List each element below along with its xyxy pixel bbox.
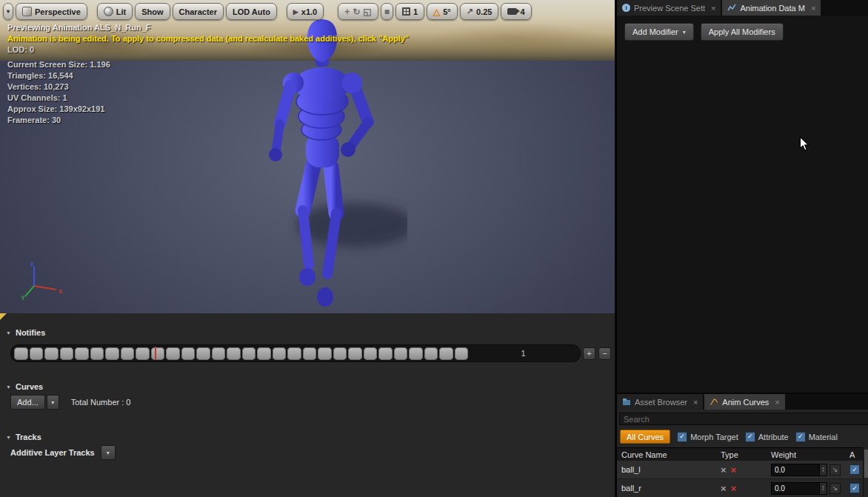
notify-track-cell[interactable] [105, 347, 119, 360]
grid-snap-button[interactable]: 1 [395, 3, 424, 20]
rotate-tool-icon[interactable]: ↻ [353, 7, 360, 17]
camera-speed-button[interactable]: 4 [501, 3, 531, 20]
tab-preview-scene-settings[interactable]: i Preview Scene Sett × [617, 0, 721, 16]
lit-mode-button[interactable]: Lit [97, 3, 133, 20]
add-notify-track-button[interactable]: + [583, 347, 595, 360]
transform-tools-group[interactable]: + ↻ ◱ [338, 3, 378, 20]
tab-animation-data-modifiers[interactable]: Animation Data M × [722, 0, 821, 16]
spin-down-icon[interactable]: ▼ [822, 470, 825, 473]
curve-delete-icon[interactable]: × [731, 464, 737, 476]
expand-curve-button[interactable]: ↘ [829, 464, 841, 476]
show-button[interactable]: Show [135, 3, 170, 20]
notifies-section-header[interactable]: ▼ Notifies [6, 328, 45, 337]
tab-asset-browser[interactable]: Asset Browser × [617, 394, 703, 410]
character-button[interactable]: Character [173, 3, 224, 20]
rotation-snap-button[interactable]: △ 5° [427, 3, 458, 20]
notify-track-cell[interactable] [121, 347, 135, 360]
close-icon[interactable]: × [711, 4, 715, 13]
header-auto[interactable]: A [849, 450, 864, 459]
notify-track-cell[interactable] [348, 347, 362, 360]
notify-track-cell[interactable] [44, 347, 59, 360]
auto-checkbox-checked[interactable]: ✓ [849, 483, 860, 493]
weight-spinbox[interactable]: 0.0 ▲ ▼ [771, 464, 827, 476]
curve-type-cross-icon[interactable]: × [721, 483, 727, 494]
notify-track-cell[interactable] [242, 347, 256, 360]
header-type[interactable]: Type [721, 450, 771, 459]
notify-track[interactable]: 1 [10, 344, 581, 362]
scale-snap-button[interactable]: ↗ 0.25 [460, 3, 499, 20]
notify-track-cell[interactable] [30, 347, 44, 360]
header-curve-name[interactable]: Curve Name [617, 450, 721, 459]
notify-track-cell[interactable] [318, 347, 332, 360]
notify-track-cell[interactable] [424, 347, 438, 360]
notify-track-cell[interactable] [439, 347, 453, 360]
apply-all-modifiers-button[interactable]: Apply All Modifiers [701, 23, 784, 41]
curve-type-cross-icon[interactable]: × [721, 464, 727, 476]
notify-track-cell[interactable] [75, 347, 89, 360]
notify-track-cell[interactable] [196, 347, 210, 360]
notify-track-cell[interactable] [227, 347, 241, 360]
curve-table-row[interactable]: ball_l × × 0.0 ▲ ▼ ↘ ✓ [617, 461, 864, 479]
curve-name[interactable]: ball_l [617, 465, 721, 474]
tab-anim-curves[interactable]: Anim Curves × [704, 394, 784, 410]
viewport-axis-gizmo[interactable]: x Y z [18, 259, 65, 301]
curve-search-input[interactable] [619, 413, 868, 425]
remove-notify-track-button[interactable]: − [598, 347, 611, 360]
notify-track-cell[interactable] [378, 347, 393, 360]
notify-track-cell[interactable] [136, 347, 150, 360]
notify-track-cell[interactable] [151, 347, 165, 360]
add-curve-dropdown[interactable]: ▾ [47, 395, 59, 410]
notify-track-cell[interactable] [455, 347, 469, 360]
notify-track-cell[interactable] [14, 347, 28, 360]
playback-speed-button[interactable]: ▶ x1.0 [287, 3, 324, 20]
viewport-options-dropdown[interactable]: ▾ [3, 3, 13, 20]
translate-tool-icon[interactable]: + [344, 7, 350, 17]
scale-tool-icon[interactable]: ◱ [363, 7, 371, 17]
add-curve-button[interactable]: Add... [10, 395, 45, 410]
material-filter[interactable]: ✓ Material [795, 432, 838, 442]
preview-viewport[interactable]: x Y z Previewing Animation ALS_N_Run_F A… [0, 0, 615, 315]
notify-track-cell[interactable] [257, 347, 271, 360]
attribute-filter[interactable]: ✓ Attribute [745, 432, 789, 442]
weight-value[interactable]: 0.0 [772, 484, 819, 493]
notify-track-cell[interactable] [287, 347, 301, 360]
notify-track-cell[interactable] [181, 347, 196, 360]
curve-name[interactable]: ball_r [617, 484, 721, 493]
notify-track-cell[interactable] [394, 347, 408, 360]
notify-track-cell[interactable] [273, 347, 287, 360]
notify-track-cell[interactable] [212, 347, 226, 360]
coordinate-space-button[interactable]: ■ [381, 3, 393, 20]
expand-curve-button[interactable]: ↘ [829, 483, 841, 494]
spin-down-icon[interactable]: ▼ [822, 488, 825, 491]
notify-track-cell[interactable] [333, 347, 347, 360]
close-icon[interactable]: × [775, 398, 779, 407]
playhead[interactable] [155, 347, 156, 360]
perspective-button[interactable]: Perspective [16, 3, 87, 20]
notify-track-cell[interactable] [303, 347, 317, 360]
notify-track-cell[interactable] [60, 347, 74, 360]
morph-target-filter[interactable]: ✓ Morph Target [677, 432, 738, 442]
spinner-arrows[interactable]: ▲ ▼ [819, 483, 827, 494]
weight-value[interactable]: 0.0 [772, 466, 819, 474]
notify-track-cell[interactable] [166, 347, 180, 360]
checkbox-checked-icon[interactable]: ✓ [795, 432, 806, 442]
notify-track-cell[interactable] [409, 347, 423, 360]
spinner-arrows[interactable]: ▲ ▼ [819, 464, 827, 476]
weight-spinbox[interactable]: 0.0 ▲ ▼ [771, 482, 827, 495]
close-icon[interactable]: × [693, 398, 698, 407]
auto-checkbox-checked[interactable]: ✓ [849, 464, 860, 475]
close-icon[interactable]: × [811, 4, 815, 13]
curve-table-row[interactable]: ball_r × × 0.0 ▲ ▼ ↘ ✓ [617, 479, 864, 497]
notify-track-cell[interactable] [90, 347, 104, 360]
splitter-corner-marker[interactable] [0, 313, 7, 320]
notify-track-cell[interactable] [364, 347, 378, 360]
checkbox-checked-icon[interactable]: ✓ [677, 432, 687, 442]
all-curves-filter-button[interactable]: All Curves [620, 430, 670, 444]
tracks-section-header[interactable]: ▼ Tracks [6, 433, 41, 441]
add-modifier-button[interactable]: Add Modifier ▾ [624, 23, 694, 41]
curve-table-scrollbar[interactable] [863, 447, 868, 497]
header-weight[interactable]: Weight [771, 450, 849, 459]
curve-delete-icon[interactable]: × [731, 483, 737, 494]
lod-auto-button[interactable]: LOD Auto [226, 3, 277, 20]
additive-layer-tracks-dropdown[interactable]: ▾ [101, 445, 116, 460]
